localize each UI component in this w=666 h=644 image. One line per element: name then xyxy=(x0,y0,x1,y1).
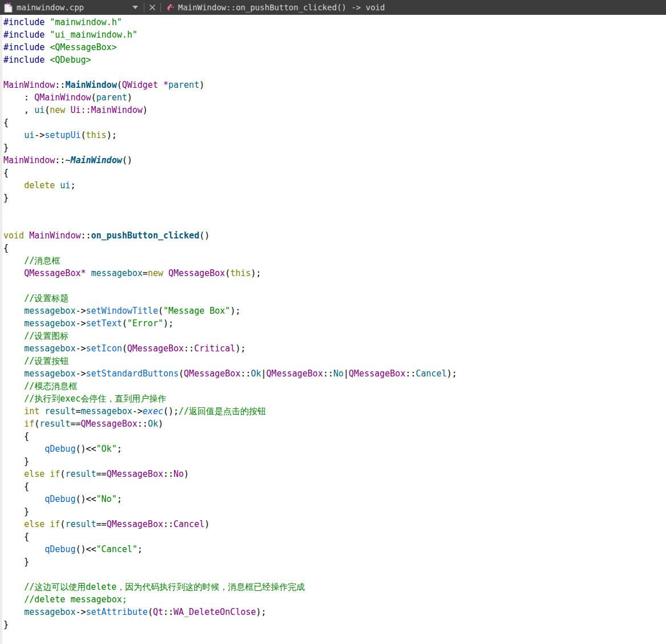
code-line: //设置按钮 xyxy=(3,355,666,367)
code-line: } xyxy=(3,556,666,568)
code-token-pl xyxy=(3,394,24,404)
code-token-pl xyxy=(3,494,45,504)
symbol-selector[interactable]: MainWindow::on_pushButton_clicked() -> v… xyxy=(166,3,385,13)
code-token-pl xyxy=(3,444,45,454)
code-token-pp: #include xyxy=(3,30,50,40)
code-token-pl: } xyxy=(3,193,9,203)
code-token-str: <QMessageBox> xyxy=(50,42,116,52)
code-token-pl xyxy=(3,318,24,329)
code-token-en: Ok xyxy=(251,368,261,379)
code-token-pl: } xyxy=(3,557,29,567)
code-token-pl xyxy=(3,381,24,391)
code-token-pl: ); xyxy=(256,607,267,617)
code-line: #include <QDebug> xyxy=(3,54,666,66)
code-token-pl xyxy=(3,594,24,605)
code-line: { xyxy=(3,480,666,493)
code-token-str: "Error" xyxy=(127,318,163,329)
code-token-kw: int xyxy=(24,406,39,416)
code-line: void MainWindow::on_pushButton_clicked() xyxy=(3,229,666,242)
code-token-pl xyxy=(3,469,24,479)
code-token-ty: QMessageBox xyxy=(107,519,163,529)
code-token-pl: } xyxy=(3,143,9,153)
code-token-lo: messagebox xyxy=(80,406,132,416)
code-token-pl: -> xyxy=(34,130,45,140)
code-token-pl: ); xyxy=(447,368,457,379)
code-token-kw: if xyxy=(24,419,34,429)
code-line: { xyxy=(3,167,666,179)
code-editor[interactable]: #include "mainwindow.h"#include "ui_main… xyxy=(0,15,666,644)
code-token-pl: ()<< xyxy=(75,494,96,504)
code-line: delete ui; xyxy=(3,179,666,192)
code-token-fn: setStandardButtons xyxy=(86,368,179,379)
code-area[interactable]: #include "mainwindow.h"#include "ui_main… xyxy=(3,16,666,631)
code-token-str: "ui_mainwindow.h" xyxy=(50,30,138,40)
code-token-ty: QMessageBox xyxy=(168,268,225,278)
code-token-ty: MainWindow xyxy=(3,155,55,165)
code-line: } xyxy=(3,505,666,518)
code-token-kw: new xyxy=(148,268,163,278)
code-token-pl: | xyxy=(344,368,349,379)
code-token-pl: = xyxy=(143,268,148,278)
code-token-kw: void xyxy=(3,230,24,241)
code-token-kw: delete xyxy=(24,180,55,191)
code-token-ty: QWidget * xyxy=(122,80,168,90)
code-token-kw: this xyxy=(230,268,251,278)
code-token-pl: ( xyxy=(148,607,153,617)
code-line: qDebug()<<"Ok"; xyxy=(3,443,666,455)
code-line xyxy=(3,204,666,217)
chevron-down-icon[interactable] xyxy=(132,6,138,9)
code-token-lo: ui xyxy=(60,180,70,191)
code-token-pl xyxy=(45,469,50,479)
code-token-pl: ) xyxy=(158,419,163,429)
code-token-pl xyxy=(55,180,60,191)
code-token-pl: ; xyxy=(138,544,143,554)
code-token-pl: | xyxy=(261,368,267,379)
code-line: messagebox->setStandardButtons(QMessageB… xyxy=(3,367,666,380)
code-token-pl: { xyxy=(3,118,9,128)
toolbar-separator xyxy=(144,3,144,12)
code-line: MainWindow::MainWindow(QWidget *parent) xyxy=(3,79,666,91)
code-token-ty: WA_DeleteOnClose xyxy=(173,607,256,617)
code-token-pl xyxy=(3,406,24,416)
open-document-selector[interactable]: mainwindow.cpp xyxy=(0,0,142,15)
code-token-pp: #include xyxy=(3,17,50,27)
code-token-ty: QMessageBox* xyxy=(24,268,86,278)
code-token-pl xyxy=(39,406,45,416)
code-token-ty: MainWindow xyxy=(29,230,80,241)
code-token-ty: Qt xyxy=(153,607,163,617)
code-token-fn: setIcon xyxy=(86,343,122,354)
code-token-ty: Critical xyxy=(194,343,235,354)
code-token-kw: new xyxy=(50,105,65,115)
code-token-pl: :: xyxy=(323,368,333,379)
code-token-pl: ()<< xyxy=(75,544,96,554)
code-line: //模态消息框 xyxy=(3,380,666,392)
code-line: messagebox->setIcon(QMessageBox::Critica… xyxy=(3,342,666,355)
code-token-pl xyxy=(3,582,24,592)
code-line: messagebox->setAttribute(Qt::WA_DeleteOn… xyxy=(3,606,666,618)
code-token-lo: messagebox xyxy=(91,268,143,278)
code-line: //消息框 xyxy=(3,254,666,267)
code-token-fn: qDebug xyxy=(45,444,75,454)
close-icon xyxy=(149,4,156,13)
code-token-kw: if xyxy=(50,469,60,479)
close-document-button[interactable] xyxy=(147,3,158,12)
editor-left-margin xyxy=(0,15,2,644)
code-token-com: //设置按钮 xyxy=(24,356,68,366)
code-token-com: //delete messagebox; xyxy=(24,594,127,605)
code-token-lo: messagebox xyxy=(24,306,75,316)
code-token-pl: ); xyxy=(230,306,240,316)
code-token-pl xyxy=(3,306,24,316)
code-token-fn: setAttribute xyxy=(86,607,148,617)
code-token-pl: :: xyxy=(163,607,173,617)
code-token-str: "Ok" xyxy=(96,444,117,454)
code-line: } xyxy=(3,192,666,204)
code-line: #include "ui_mainwindow.h" xyxy=(3,29,666,41)
code-token-com: //设置图标 xyxy=(24,331,68,341)
code-token-pl: , xyxy=(3,105,34,115)
code-token-pl: ) xyxy=(204,519,209,529)
code-token-pl: ::~ xyxy=(55,155,70,165)
code-token-lo: messagebox xyxy=(24,318,75,329)
code-token-fn: setText xyxy=(86,318,122,329)
code-line: QMessageBox* messagebox=new QMessageBox(… xyxy=(3,267,666,280)
code-line: //执行到exec会停住，直到用户操作 xyxy=(3,392,666,405)
